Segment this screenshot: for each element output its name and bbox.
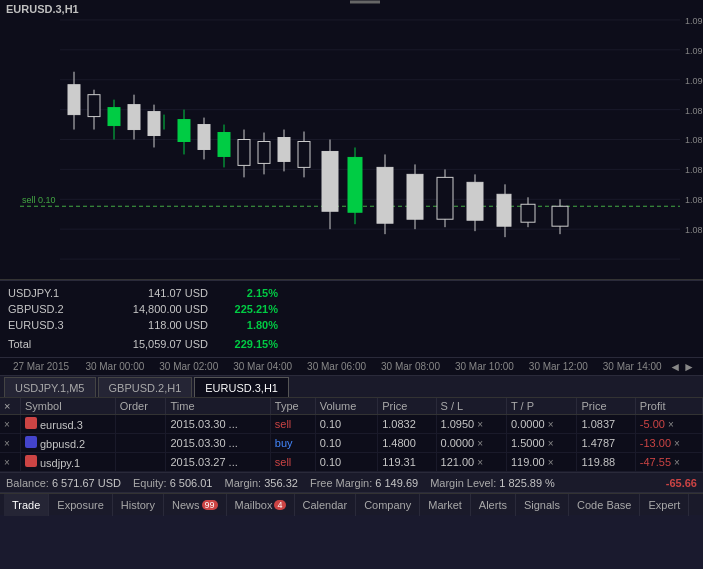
row-type-1: sell — [270, 415, 315, 434]
free-margin-item: Free Margin: 6 149.69 — [310, 477, 418, 489]
tp-close-1[interactable]: × — [548, 419, 554, 430]
free-margin-label: Free Margin: — [310, 477, 375, 489]
row-price-3: 119.31 — [378, 453, 436, 472]
svg-rect-48 — [348, 157, 362, 212]
row-tp-2: 1.5000 × — [507, 434, 577, 453]
tab-mailbox[interactable]: Mailbox4 — [227, 494, 295, 516]
row-symbol-1: eurusd.3 — [20, 415, 115, 434]
scroll-right-arrow[interactable]: ► — [683, 360, 695, 374]
profit-close-3[interactable]: × — [674, 457, 680, 468]
profit-close-1[interactable]: × — [668, 419, 674, 430]
margin-level-item: Margin Level: 1 825.89 % — [430, 477, 555, 489]
tab-exposure[interactable]: Exposure — [49, 494, 112, 516]
row-time-2: 2015.03.30 ... — [166, 434, 270, 453]
row-order-1 — [115, 415, 166, 434]
margin-label: Margin: — [225, 477, 265, 489]
table-row: × usdjpy.1 2015.03.27 ... sell 0.10 119.… — [0, 453, 703, 472]
svg-rect-46 — [322, 151, 338, 211]
chart-title: EURUSD.3,H1 — [6, 3, 79, 15]
row-order-3 — [115, 453, 166, 472]
row-profit-2: -13.00 × — [635, 434, 702, 453]
scroll-left-arrow[interactable]: ◄ — [669, 360, 681, 374]
row-time-3: 2015.03.27 ... — [166, 453, 270, 472]
svg-rect-32 — [178, 120, 190, 142]
time-label-7: 30 Mar 10:00 — [447, 361, 521, 372]
tab-company[interactable]: Company — [356, 494, 420, 516]
row-close-3[interactable]: × — [0, 453, 20, 472]
col-sl: S / L — [436, 398, 506, 415]
tp-close-3[interactable]: × — [548, 457, 554, 468]
news-badge: 99 — [202, 500, 218, 510]
tab-gbpusd[interactable]: GBPUSD.2,H1 — [98, 377, 193, 397]
tab-eurusd[interactable]: EURUSD.3,H1 — [194, 377, 289, 397]
svg-rect-44 — [298, 141, 310, 167]
margin-value: 356.32 — [264, 477, 298, 489]
profit-close-2[interactable]: × — [674, 438, 680, 449]
chart-area: EURUSD.3,H1 1.0930 1.0915 1.0900 1.0885 … — [0, 0, 703, 280]
row-close-1[interactable]: × — [0, 415, 20, 434]
margin-level-value: 1 825.89 % — [499, 477, 555, 489]
tab-news[interactable]: News99 — [164, 494, 227, 516]
tab-expert[interactable]: Expert — [640, 494, 689, 516]
tp-close-2[interactable]: × — [548, 438, 554, 449]
row-current-1: 1.0837 — [577, 415, 635, 434]
stat-value-usdjpy: 141.07 USD — [98, 285, 208, 301]
row-symbol-2: gbpusd.2 — [20, 434, 115, 453]
sl-close-2[interactable]: × — [477, 438, 483, 449]
svg-text:1.0870: 1.0870 — [685, 136, 703, 146]
row-order-2 — [115, 434, 166, 453]
svg-text:1.0855: 1.0855 — [685, 165, 703, 175]
row-current-2: 1.4787 — [577, 434, 635, 453]
col-type: Type — [270, 398, 315, 415]
sl-close-1[interactable]: × — [477, 419, 483, 430]
row-tp-3: 119.00 × — [507, 453, 577, 472]
svg-rect-60 — [521, 204, 535, 222]
tab-market[interactable]: Market — [420, 494, 471, 516]
svg-rect-36 — [218, 133, 230, 157]
col-volume: Volume — [315, 398, 377, 415]
stats-left: USDJPY.1 141.07 USD 2.15% GBPUSD.2 14,80… — [8, 285, 695, 353]
tab-calendar[interactable]: Calendar — [295, 494, 357, 516]
svg-rect-38 — [238, 140, 250, 166]
stat-total-value: 15,059.07 USD — [98, 335, 208, 353]
tab-alerts[interactable]: Alerts — [471, 494, 516, 516]
row-sl-1: 1.0950 × — [436, 415, 506, 434]
tab-signals[interactable]: Signals — [516, 494, 569, 516]
free-margin-value: 6 149.69 — [375, 477, 418, 489]
row-volume-1: 0.10 — [315, 415, 377, 434]
tab-usdjpy[interactable]: USDJPY.1,M5 — [4, 377, 96, 397]
sl-close-3[interactable]: × — [477, 457, 483, 468]
svg-rect-34 — [198, 125, 210, 150]
equity-value: 6 506.01 — [170, 477, 213, 489]
tab-code-base[interactable]: Code Base — [569, 494, 640, 516]
stat-symbol-eurusd: EURUSD.3 — [8, 317, 98, 333]
row-current-3: 119.88 — [577, 453, 635, 472]
trade-table-area: × Symbol Order Time Type Volume Price S … — [0, 398, 703, 473]
svg-rect-27 — [128, 105, 140, 130]
balance-value: 6 571.67 USD — [52, 477, 121, 489]
svg-text:1.0840: 1.0840 — [685, 195, 703, 205]
time-label-8: 30 Mar 12:00 — [521, 361, 595, 372]
row-profit-1: -5.00 × — [635, 415, 702, 434]
balance-bar: Balance: 6 571.67 USD Equity: 6 506.01 M… — [0, 473, 703, 493]
svg-text:sell 0.10: sell 0.10 — [22, 195, 55, 205]
svg-rect-54 — [437, 177, 453, 219]
equity-item: Equity: 6 506.01 — [133, 477, 213, 489]
stat-total-label: Total — [8, 335, 98, 353]
row-close-2[interactable]: × — [0, 434, 20, 453]
time-label-5: 30 Mar 06:00 — [300, 361, 374, 372]
stat-value-eurusd: 118.00 USD — [98, 317, 208, 333]
stat-total-pct: 229.15% — [208, 335, 278, 353]
table-row: × eurusd.3 2015.03.30 ... sell 0.10 1.08… — [0, 415, 703, 434]
mailbox-badge: 4 — [274, 500, 285, 510]
row-volume-2: 0.10 — [315, 434, 377, 453]
tab-history[interactable]: History — [113, 494, 164, 516]
svg-rect-58 — [497, 194, 511, 226]
row-price-2: 1.4800 — [378, 434, 436, 453]
tab-trade[interactable]: Trade — [4, 494, 49, 516]
bottom-tab-bar: Trade Exposure History News99 Mailbox4 C… — [0, 493, 703, 515]
row-type-3: sell — [270, 453, 315, 472]
col-price: Price — [378, 398, 436, 415]
row-sl-2: 0.0000 × — [436, 434, 506, 453]
col-symbol: Symbol — [20, 398, 115, 415]
